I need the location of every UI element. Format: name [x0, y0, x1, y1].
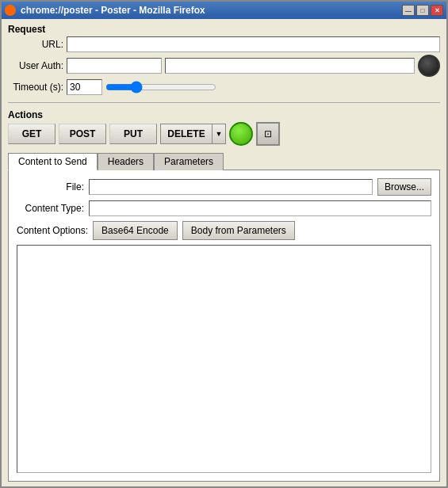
url-row: URL:: [8, 36, 440, 52]
main-window: chrome://poster - Poster - Mozilla Firef…: [0, 0, 448, 488]
maximize-button[interactable]: □: [416, 5, 429, 16]
tab-content-area: File: Browse... Content Type: Content Op…: [8, 170, 440, 482]
get-button[interactable]: GET: [8, 124, 56, 144]
url-input[interactable]: [67, 36, 440, 52]
browse-button[interactable]: Browse...: [377, 178, 431, 196]
tab-content-to-send[interactable]: Content to Send: [8, 153, 98, 170]
auth-icon: [418, 55, 440, 77]
timeout-row: Timeout (s):: [8, 79, 440, 95]
content-options-label: Content Options:: [17, 225, 88, 236]
title-bar: chrome://poster - Poster - Mozilla Firef…: [2, 2, 446, 19]
delete-button[interactable]: DELETE: [160, 124, 212, 144]
content-type-label: Content Type:: [17, 203, 84, 214]
title-bar-text: chrome://poster - Poster - Mozilla Firef…: [5, 5, 205, 16]
tab-parameters[interactable]: Parameters: [154, 153, 224, 170]
delete-group: DELETE ▼: [160, 124, 226, 144]
post-button[interactable]: POST: [59, 124, 106, 144]
actions-label: Actions: [8, 109, 440, 120]
settings-button[interactable]: ⊡: [256, 122, 280, 146]
actions-section: Actions GET POST PUT DELETE ▼ ⊡: [8, 109, 440, 146]
user-auth-row: User Auth:: [8, 55, 440, 77]
close-button[interactable]: ✕: [431, 5, 443, 16]
put-button[interactable]: PUT: [109, 124, 157, 144]
delete-dropdown-arrow[interactable]: ▼: [212, 124, 226, 144]
body-textarea[interactable]: [17, 245, 431, 473]
window-title: chrome://poster - Poster - Mozilla Firef…: [21, 5, 205, 16]
file-input[interactable]: [89, 179, 373, 195]
tabs-header: Content to Send Headers Parameters: [8, 152, 440, 170]
user-auth-label: User Auth:: [8, 60, 63, 71]
tab-headers[interactable]: Headers: [98, 153, 154, 170]
base64-encode-button[interactable]: Base64 Encode: [93, 221, 178, 240]
file-row: File: Browse...: [17, 178, 431, 196]
request-label: Request: [8, 24, 440, 35]
minimize-button[interactable]: —: [402, 5, 415, 16]
firefox-icon: [5, 5, 16, 16]
title-bar-controls: — □ ✕: [402, 5, 443, 16]
content-options-row: Content Options: Base64 Encode Body from…: [17, 221, 431, 240]
password-input[interactable]: [165, 58, 415, 74]
timeout-slider[interactable]: [105, 81, 216, 93]
body-from-parameters-button[interactable]: Body from Parameters: [182, 221, 295, 240]
tabs-panel: Content to Send Headers Parameters File:…: [8, 152, 440, 482]
actions-row: GET POST PUT DELETE ▼ ⊡: [8, 122, 440, 146]
go-button[interactable]: [229, 122, 253, 146]
timeout-input[interactable]: [67, 79, 102, 95]
url-label: URL:: [8, 39, 63, 50]
content-type-input[interactable]: [89, 200, 431, 216]
timeout-slider-container: [105, 81, 216, 93]
request-section: Request URL: User Auth: Timeout (s):: [8, 24, 440, 97]
username-input[interactable]: [67, 58, 162, 74]
settings-icon: ⊡: [264, 128, 272, 139]
divider-1: [8, 102, 440, 103]
user-auth-fields: [67, 55, 440, 77]
timeout-label: Timeout (s):: [8, 82, 63, 93]
content-type-row: Content Type:: [17, 200, 431, 216]
main-content: Request URL: User Auth: Timeout (s):: [2, 19, 446, 486]
file-label: File:: [17, 181, 84, 193]
